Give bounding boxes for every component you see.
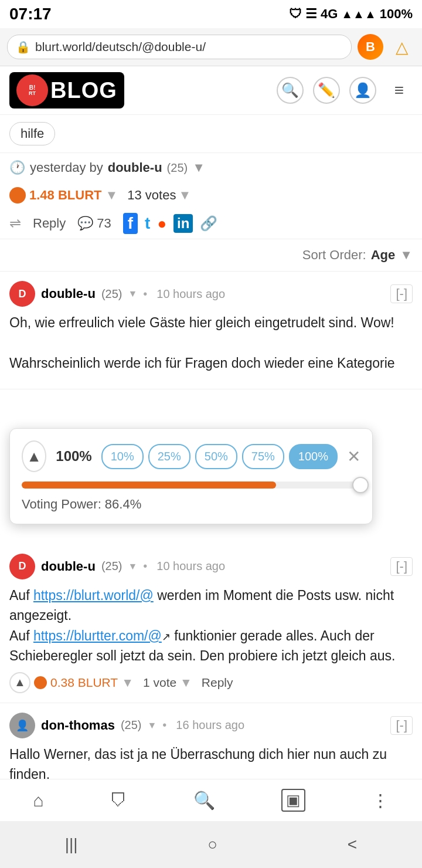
vote-percentage: 100%: [56, 448, 91, 464]
comment-1-collapse[interactable]: [-]: [390, 284, 413, 303]
header-actions: 🔍 ✏️ 👤 ≡: [277, 77, 413, 104]
votes-count[interactable]: 13 votes ▼: [127, 188, 191, 203]
comment-2-footer: ▲ 0.38 BLURT ▼ 1 vote ▼ Reply: [9, 672, 413, 693]
sort-drop-icon[interactable]: ▼: [400, 247, 413, 263]
comment-1-header: D double-u (25) ▼ • 10 hours ago [-]: [9, 281, 413, 307]
sys-back-button[interactable]: <: [348, 835, 357, 854]
comment-1-author[interactable]: double-u: [41, 286, 96, 301]
share-icon[interactable]: ⇌: [9, 215, 21, 232]
comment-3-drop[interactable]: ▼: [147, 720, 156, 731]
pct-25-button[interactable]: 25%: [148, 444, 190, 469]
comment-2-header: D double-u (25) ▼ • 10 hours ago [-]: [9, 554, 413, 579]
tags-row: hilfe: [0, 115, 422, 153]
delta-icon[interactable]: △: [389, 34, 415, 60]
signal-icon: ▲▲▲: [341, 8, 376, 21]
payout-amount[interactable]: 1.48 BLURT ▼: [9, 187, 118, 204]
voting-top: ▲ 100% 10% 25% 50% 75% 100% ✕: [22, 440, 360, 472]
comment-1-drop[interactable]: ▼: [128, 289, 137, 299]
network-icon: 🛡: [289, 6, 302, 22]
comment-2-avatar[interactable]: D: [9, 554, 35, 579]
comment-2-payout[interactable]: ▲ 0.38 BLURT ▼: [9, 672, 134, 693]
sys-home-button[interactable]: ○: [207, 835, 217, 854]
menu-button[interactable]: ≡: [386, 77, 413, 104]
comment-3-author[interactable]: don-thomas: [41, 718, 115, 733]
comment-3-header: 👤 don-thomas (25) ▼ • 16 hours ago [-]: [9, 713, 413, 738]
status-time: 07:17: [9, 5, 52, 23]
author-name[interactable]: double-u: [108, 160, 162, 175]
comment-2-vote-drop[interactable]: ▼: [180, 676, 192, 689]
app-header: B! RT BLOG 🔍 ✏️ 👤 ≡: [0, 66, 422, 115]
payout-row: 1.48 BLURT ▼ 13 votes ▼: [0, 182, 422, 208]
comment-2-payout-drop[interactable]: ▼: [121, 676, 134, 690]
sys-menu-button[interactable]: |||: [65, 835, 78, 854]
bottom-nav: ⌂ ⛉ 🔍 ▣ ⋮: [0, 779, 422, 821]
voting-slider-track[interactable]: [22, 482, 360, 489]
browser-url-area[interactable]: 🔒 blurt.world/deutsch/@double-u/: [7, 35, 352, 59]
comment-3-collapse[interactable]: [-]: [390, 716, 413, 735]
tag-hilfe[interactable]: hilfe: [9, 122, 55, 145]
comment-1-time: 10 hours ago: [156, 287, 225, 301]
browser-url-text: blurt.world/deutsch/@double-u/: [35, 40, 206, 54]
comment-2-text: Auf https://blurt.world/@ werden im Mome…: [9, 585, 413, 666]
sort-value[interactable]: Age: [371, 247, 396, 263]
comment-2-vote-count: 1 vote: [143, 676, 176, 689]
slider-fill: [22, 482, 276, 489]
percent-buttons: 10% 25% 50% 75% 100%: [101, 444, 338, 469]
blurt-logo: B! RT: [16, 74, 48, 106]
comment-button[interactable]: 💬 73: [77, 216, 111, 231]
slider-thumb[interactable]: [352, 477, 369, 493]
nav-bookmark[interactable]: ⛉: [110, 791, 127, 811]
comment-2-collapse[interactable]: [-]: [390, 557, 413, 576]
search-button[interactable]: 🔍: [277, 77, 304, 104]
comment-3-separator: •: [162, 718, 166, 732]
profile-button[interactable]: 👤: [349, 77, 376, 104]
network-type: 4G: [321, 6, 338, 22]
comment-2-author[interactable]: double-u: [41, 559, 96, 574]
brave-icon[interactable]: B: [358, 34, 383, 60]
comment-2-separator: •: [143, 560, 147, 573]
twitter-icon[interactable]: t: [145, 214, 150, 233]
upvote-button[interactable]: ▲: [22, 440, 46, 472]
pct-50-button[interactable]: 50%: [195, 444, 237, 469]
pct-10-button[interactable]: 10%: [101, 444, 144, 469]
voting-overlay: ▲ 100% 10% 25% 50% 75% 100% ✕ Voting Pow…: [9, 428, 373, 524]
linkedin-icon[interactable]: in: [173, 214, 193, 233]
edit-button[interactable]: ✏️: [313, 77, 340, 104]
comment-2-reply-button[interactable]: Reply: [202, 676, 233, 690]
tv-icon: ▣: [281, 789, 305, 812]
close-voting-button[interactable]: ✕: [347, 447, 360, 466]
comment-2-drop[interactable]: ▼: [128, 561, 137, 572]
blurt-world-link[interactable]: https://blurt.world/@: [33, 588, 154, 603]
comment-1-text: Oh, wie erfreulich viele Gäste hier glei…: [9, 313, 413, 374]
comment-2-votes[interactable]: 1 vote ▼: [143, 676, 192, 690]
nav-search[interactable]: 🔍: [193, 790, 215, 811]
comment-1-avatar[interactable]: D: [9, 281, 35, 307]
nav-tv[interactable]: ▣: [281, 789, 305, 812]
reddit-icon[interactable]: ●: [157, 215, 166, 233]
post-meta: 🕐 yesterday by double-u (25) ▼: [0, 153, 422, 182]
facebook-icon[interactable]: f: [123, 213, 138, 234]
reply-label: Reply: [33, 216, 66, 231]
sim-icon: ☰: [305, 6, 317, 22]
reply-button[interactable]: Reply: [33, 216, 66, 231]
voting-power-label: Voting Power: 86.4%: [22, 497, 360, 512]
rep-drop-icon[interactable]: ▼: [192, 160, 205, 175]
pct-75-button[interactable]: 75%: [242, 444, 284, 469]
payout-drop[interactable]: ▼: [105, 188, 118, 203]
comment-2-reply-label: Reply: [202, 676, 233, 689]
comment-3-avatar[interactable]: 👤: [9, 713, 35, 738]
comment-1: D double-u (25) ▼ • 10 hours ago [-] Oh,…: [0, 271, 422, 389]
nav-home[interactable]: ⌂: [33, 791, 43, 811]
pct-100-button[interactable]: 100%: [289, 444, 338, 469]
blog-label: BLOG: [50, 78, 117, 103]
comment-2-upvote[interactable]: ▲: [9, 672, 30, 693]
external-link-icon: ↗: [162, 631, 171, 643]
bookmark-icon: ⛉: [110, 791, 127, 811]
link-icon[interactable]: 🔗: [200, 215, 217, 232]
logo-area[interactable]: B! RT BLOG: [9, 72, 124, 108]
battery: 100%: [380, 6, 413, 22]
nav-more[interactable]: ⋮: [372, 790, 389, 811]
blurtter-link[interactable]: https://blurtter.com/@: [33, 628, 162, 643]
comment-2-payout-value: 0.38 BLURT: [50, 676, 118, 690]
votes-drop[interactable]: ▼: [178, 188, 191, 203]
